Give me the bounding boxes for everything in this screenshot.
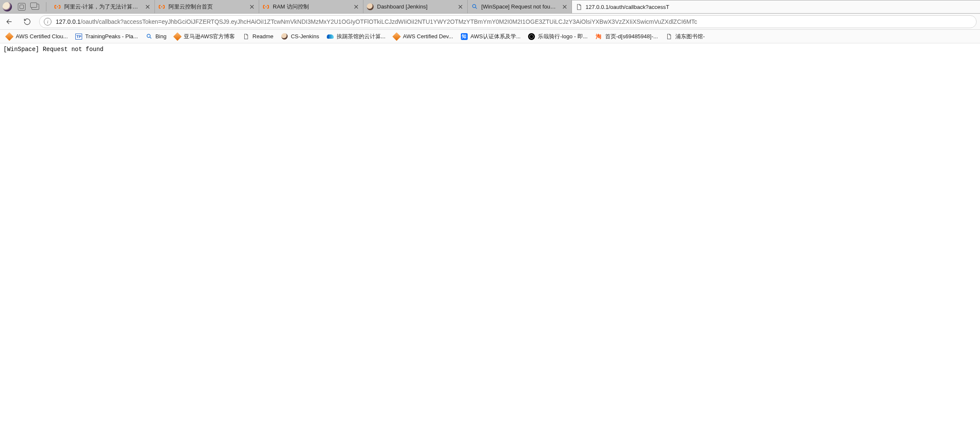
tab-label: 阿里云-计算，为了无法计算的价 bbox=[64, 3, 141, 11]
bookmark-label: 乐哉骑行-logo - 即... bbox=[538, 33, 587, 40]
bookmark-taobao[interactable]: 淘 首页-d[s69485948]-... bbox=[594, 31, 660, 42]
tab-close-icon[interactable] bbox=[249, 3, 255, 10]
bookmark-trainingpeaks[interactable]: TP TrainingPeaks - Pla... bbox=[74, 31, 140, 42]
tab-label: 阿里云控制台首页 bbox=[169, 3, 245, 11]
bookmark-label: TrainingPeaks - Pla... bbox=[85, 33, 138, 40]
bookmark-label: 亚马逊AWS官方博客 bbox=[184, 33, 235, 40]
aws-icon bbox=[392, 32, 401, 41]
tab-aliyun-2[interactable]: 阿里云控制台首页 bbox=[155, 0, 259, 13]
tab-overview-icon[interactable] bbox=[31, 4, 39, 10]
aws-icon bbox=[5, 32, 14, 41]
dark-logo-icon bbox=[528, 33, 535, 40]
bookmark-label: 浦东图书馆- bbox=[675, 33, 705, 40]
cloud-icon bbox=[327, 34, 334, 39]
bookmark-aws-zhihu[interactable]: 知 AWS认证体系及学... bbox=[459, 31, 523, 42]
page-body-text: [WinSpace] Request not found bbox=[3, 46, 103, 53]
separator bbox=[46, 2, 46, 11]
tab-winspace[interactable]: [WinSpace] Request not found - bbox=[468, 0, 572, 13]
reload-button[interactable] bbox=[21, 16, 33, 28]
tab-aliyun-ram[interactable]: RAM 访问控制 bbox=[259, 0, 363, 13]
site-info-icon[interactable]: i bbox=[44, 18, 51, 26]
aliyun-icon bbox=[158, 3, 165, 10]
bookmark-bing[interactable]: Bing bbox=[144, 31, 168, 42]
bookmark-readme[interactable]: Readme bbox=[241, 31, 275, 42]
tab-close-icon[interactable] bbox=[353, 3, 360, 10]
bookmark-label: 首页-d[s69485948]-... bbox=[605, 33, 658, 40]
zhihu-icon: 知 bbox=[461, 33, 468, 40]
bookmark-aws-blog[interactable]: 亚马逊AWS官方博客 bbox=[172, 31, 237, 42]
tab-aliyun-1[interactable]: 阿里云-计算，为了无法计算的价 bbox=[51, 0, 155, 13]
bookmark-aws-cloud[interactable]: AWS Certified Clou... bbox=[4, 31, 69, 42]
browser-tab-strip: 阿里云-计算，为了无法计算的价 阿里云控制台首页 RAM 访问控制 bbox=[0, 0, 980, 14]
svg-point-1 bbox=[147, 34, 150, 38]
tab-label: 127.0.0.1/oauth/callback?accessT bbox=[586, 4, 977, 10]
tab-close-icon[interactable] bbox=[457, 3, 464, 10]
url-path: /oauth/callback?accessToken=eyJhbGciOiJF… bbox=[80, 18, 697, 25]
document-icon bbox=[243, 33, 249, 40]
profile-avatar-icon[interactable] bbox=[3, 2, 12, 11]
document-icon bbox=[666, 33, 672, 40]
jenkins-icon bbox=[367, 3, 374, 10]
bookmark-label: AWS Certified Clou... bbox=[16, 33, 68, 40]
tab-close-icon[interactable] bbox=[561, 3, 568, 10]
tab-label: RAM 访问控制 bbox=[273, 3, 349, 11]
page-content: [WinSpace] Request not found bbox=[0, 43, 980, 55]
search-icon bbox=[471, 3, 478, 10]
svg-point-0 bbox=[472, 5, 476, 8]
url-host: 127.0.0.1 bbox=[56, 18, 80, 25]
trainingpeaks-icon: TP bbox=[75, 34, 82, 40]
browser-toolbar: i 127.0.0.1/oauth/callback?accessToken=e… bbox=[0, 14, 980, 30]
address-bar[interactable]: i 127.0.0.1/oauth/callback?accessToken=e… bbox=[39, 15, 977, 28]
taobao-icon: 淘 bbox=[595, 33, 602, 40]
bookmarks-bar: AWS Certified Clou... TP TrainingPeaks -… bbox=[0, 30, 980, 43]
tab-label: [WinSpace] Request not found - bbox=[481, 3, 558, 10]
bookmark-label: CS-Jenkins bbox=[291, 33, 319, 40]
bookmark-cloud-tea[interactable]: 挨踢茶馆的云计算... bbox=[325, 31, 387, 42]
titlebar-left-controls bbox=[0, 0, 51, 13]
bookmark-aws-dev[interactable]: AWS Certified Dev... bbox=[391, 31, 455, 42]
jenkins-icon bbox=[281, 33, 288, 40]
aliyun-icon bbox=[54, 3, 61, 10]
tab-close-icon[interactable] bbox=[144, 3, 151, 10]
bookmark-label: Bing bbox=[155, 33, 166, 40]
aws-icon bbox=[173, 32, 182, 41]
workspaces-icon[interactable] bbox=[18, 3, 26, 11]
bookmark-label: 挨踢茶馆的云计算... bbox=[337, 33, 386, 40]
bookmark-lezai[interactable]: 乐哉骑行-logo - 即... bbox=[526, 31, 589, 42]
tab-jenkins[interactable]: Dashboard [Jenkins] bbox=[363, 0, 468, 13]
tab-label: Dashboard [Jenkins] bbox=[377, 3, 454, 10]
url-text: 127.0.0.1/oauth/callback?accessToken=eyJ… bbox=[56, 18, 972, 25]
bookmark-label: Readme bbox=[252, 33, 273, 40]
tab-active-localhost[interactable]: 127.0.0.1/oauth/callback?accessT bbox=[572, 0, 980, 14]
tabs-container: 阿里云-计算，为了无法计算的价 阿里云控制台首页 RAM 访问控制 bbox=[51, 0, 980, 13]
bookmark-cs-jenkins[interactable]: CS-Jenkins bbox=[279, 31, 320, 42]
bing-icon bbox=[146, 33, 152, 40]
bookmark-label: AWS Certified Dev... bbox=[403, 33, 453, 40]
file-icon bbox=[575, 4, 582, 11]
bookmark-label: AWS认证体系及学... bbox=[471, 33, 521, 40]
aliyun-icon bbox=[263, 3, 269, 10]
back-button[interactable] bbox=[3, 16, 15, 28]
bookmark-pudong-library[interactable]: 浦东图书馆- bbox=[664, 31, 706, 42]
